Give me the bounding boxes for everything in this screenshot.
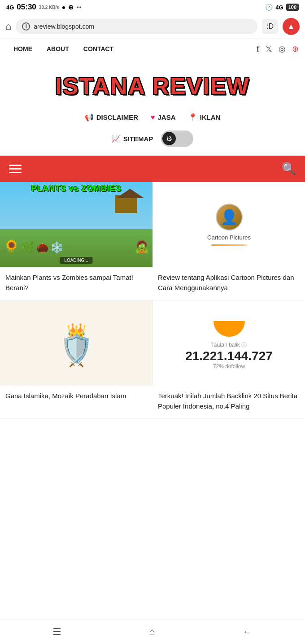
orange-smile-shape — [214, 321, 245, 337]
url-info-icon: i — [22, 22, 30, 30]
nav-links: HOME ABOUT CONTACT — [6, 39, 121, 59]
nav-home[interactable]: HOME — [6, 39, 39, 59]
backlink-number: 21.221.144.727 — [185, 349, 273, 363]
site-logo: ISTANA REVIEW — [55, 73, 249, 100]
data-speed: 30.2 KB/s — [39, 5, 59, 10]
status-bar: 4G 05:30 30.2 KB/s ● ⊕ ··· 🕐 4G 100 — [0, 0, 305, 14]
hamburger-menu-button[interactable] — [9, 165, 22, 173]
sitemap-link[interactable]: 📈 SITEMAP — [112, 135, 153, 143]
pvz-background: PLANTS vs ZOMBIES 🌻 🌿 🌰 ❄️ 🧟 LOADING.. — [0, 182, 152, 267]
info-letter: i — [26, 23, 27, 30]
hamburger-line-3 — [9, 172, 22, 173]
whatsapp-icon: ⊕ — [68, 4, 74, 11]
disclaimer-link[interactable]: 📢 DISCLAIMER — [85, 113, 138, 122]
search-button[interactable]: 🔍 — [282, 162, 296, 176]
facebook-icon[interactable]: f — [257, 44, 259, 54]
card-cartoon: 👤 Cartoon Pictures Review tentang Aplika… — [152, 182, 305, 300]
card-cartoon-title[interactable]: Review tentang Aplikasi Cartoon Pictures… — [158, 273, 300, 293]
messenger-icon: ● — [62, 4, 65, 11]
status-left: 4G 05:30 30.2 KB/s ● ⊕ ··· — [6, 3, 82, 12]
pinterest-icon[interactable]: ⊕ — [292, 44, 299, 54]
card-backlink-text: Terkuak! Inilah Jumlah Backlink 20 Situs… — [152, 386, 305, 418]
disclaimer-icon: 📢 — [85, 113, 94, 122]
network-4g-icon: 4G — [275, 4, 283, 11]
cartoon-label: Cartoon Pictures — [207, 234, 251, 241]
jasa-link[interactable]: ♥ JASA — [151, 113, 176, 122]
card-pvz-title[interactable]: Mainkan Plants vs Zombies sampai Tamat! … — [5, 273, 147, 293]
backlink-label: Tautan balik ⓘ — [211, 341, 247, 349]
loading-bar: LOADING... — [60, 257, 92, 264]
backlink-sub: 72% dofollow — [213, 363, 245, 370]
upload-icon: ▲ — [287, 22, 295, 31]
orange-underline — [211, 244, 247, 246]
card-warrior-title[interactable]: Gana Islamika, Mozaik Peradaban Islam — [5, 391, 147, 401]
hamburger-line-1 — [9, 165, 22, 166]
warrior-image: 👑 🛡️ ⚔️ — [0, 300, 152, 386]
question-mark-icon: ⓘ — [241, 342, 247, 348]
browser-upload-button[interactable]: ▲ — [283, 18, 300, 35]
dark-mode-toggle[interactable]: ⚙ — [161, 131, 193, 147]
pvz-logo-text: PLANTS vs ZOMBIES — [0, 184, 152, 193]
browser-bar: ⌂ i areview.blogspot.com :D ▲ — [0, 14, 305, 39]
card-pvz: PLANTS vs ZOMBIES 🌻 🌿 🌰 ❄️ 🧟 LOADING.. — [0, 182, 152, 300]
sub-nav: 📢 DISCLAIMER ♥ JASA 📍 IKLAN — [0, 109, 305, 124]
more-icon: ··· — [76, 4, 82, 11]
avatar: 👤 — [216, 204, 243, 231]
site-header: ISTANA REVIEW — [0, 59, 305, 109]
status-right: 🕐 4G 100 — [265, 4, 299, 11]
disclaimer-label: DISCLAIMER — [96, 113, 138, 121]
signal-indicator: 4G — [6, 4, 14, 11]
backlink-image-area: Tautan balik ⓘ 21.221.144.727 72% dofoll… — [152, 300, 305, 386]
nav-social: f 𝕏 ◎ ⊕ — [257, 44, 299, 54]
red-bar: 🔍 — [0, 156, 305, 182]
nav-contact[interactable]: CONTACT — [76, 39, 121, 59]
card-pvz-text: Mainkan Plants vs Zombies sampai Tamat! … — [0, 267, 152, 300]
card-warrior-text: Gana Islamika, Mozaik Peradaban Islam — [0, 386, 152, 409]
pvz-image: PLANTS vs ZOMBIES 🌻 🌿 🌰 ❄️ 🧟 LOADING.. — [0, 182, 152, 267]
iklan-label: IKLAN — [200, 113, 221, 121]
hamburger-line-2 — [9, 168, 22, 170]
card-backlink: Tautan balik ⓘ 21.221.144.727 72% dofoll… — [152, 300, 305, 419]
time-display: 05:30 — [17, 3, 36, 12]
url-bar[interactable]: i areview.blogspot.com — [16, 19, 257, 34]
browser-tab-button[interactable]: :D — [262, 19, 278, 34]
sitemap-row: 📈 SITEMAP ⚙ — [0, 124, 305, 156]
content-grid: PLANTS vs ZOMBIES 🌻 🌿 🌰 ❄️ 🧟 LOADING.. — [0, 182, 305, 419]
nav-about[interactable]: ABOUT — [39, 39, 76, 59]
browser-home-button[interactable]: ⌂ — [5, 21, 11, 32]
alarm-icon: 🕐 — [265, 4, 273, 11]
url-text: areview.blogspot.com — [34, 23, 94, 30]
jasa-icon: ♥ — [151, 113, 155, 122]
jasa-label: JASA — [158, 113, 176, 121]
instagram-icon[interactable]: ◎ — [279, 44, 286, 54]
iklan-link[interactable]: 📍 IKLAN — [188, 113, 221, 122]
battery-indicator: 100 — [286, 4, 299, 11]
nav-menu: HOME ABOUT CONTACT f 𝕏 ◎ ⊕ — [0, 39, 305, 59]
iklan-icon: 📍 — [188, 113, 197, 122]
sitemap-label: SITEMAP — [123, 135, 153, 143]
card-warrior: 👑 🛡️ ⚔️ Gana Islamika, Mozaik Peradaban … — [0, 300, 152, 419]
card-backlink-title[interactable]: Terkuak! Inilah Jumlah Backlink 20 Situs… — [158, 391, 300, 411]
sitemap-icon: 📈 — [112, 135, 121, 143]
cartoon-image-area: 👤 Cartoon Pictures — [152, 182, 305, 267]
card-cartoon-text: Review tentang Aplikasi Cartoon Pictures… — [152, 267, 305, 300]
toggle-knob: ⚙ — [162, 132, 176, 145]
avatar-emoji: 👤 — [220, 209, 238, 226]
twitter-icon[interactable]: 𝕏 — [266, 44, 272, 54]
